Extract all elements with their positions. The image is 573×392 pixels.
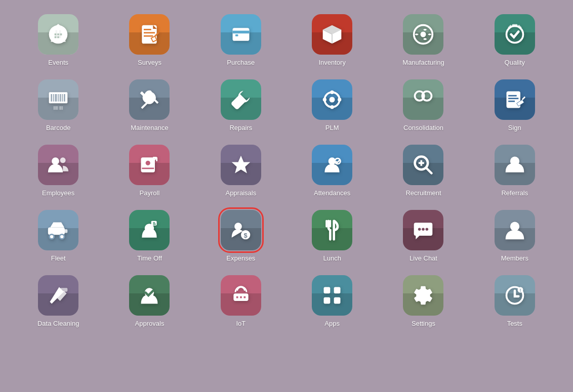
app-item-repairs[interactable]: Repairs bbox=[198, 75, 284, 136]
app-label-referrals: Referrals bbox=[501, 189, 528, 197]
svg-rect-11 bbox=[232, 28, 249, 41]
app-item-consolidation[interactable]: Consolidation bbox=[380, 75, 466, 136]
app-item-manufacturing[interactable]: Manufacturing bbox=[380, 10, 466, 70]
app-icon-sign bbox=[495, 79, 535, 120]
svg-rect-23 bbox=[58, 94, 59, 102]
app-label-purchase: Purchase bbox=[227, 59, 255, 66]
app-label-datacleaning: Data Cleaning bbox=[37, 320, 79, 327]
svg-point-31 bbox=[338, 98, 341, 101]
app-item-appraisals[interactable]: Appraisals bbox=[198, 141, 284, 201]
app-label-payroll: Payroll bbox=[140, 189, 160, 197]
app-label-tests: Tests bbox=[507, 320, 522, 327]
app-item-livechat[interactable]: Live Chat bbox=[380, 206, 466, 266]
app-icon-settings bbox=[403, 275, 443, 316]
app-label-expenses: Expenses bbox=[226, 254, 255, 262]
app-icon-approvals bbox=[129, 275, 170, 316]
app-item-payroll[interactable]: Payroll bbox=[106, 141, 192, 201]
app-item-inventory[interactable]: Inventory bbox=[289, 10, 375, 70]
app-item-lunch[interactable]: Lunch bbox=[289, 206, 375, 266]
app-item-datacleaning[interactable]: Data Cleaning bbox=[15, 271, 101, 331]
app-label-timeoff: Time Off bbox=[137, 254, 162, 262]
app-item-tests[interactable]: !Tests bbox=[472, 271, 558, 331]
app-label-settings: Settings bbox=[412, 320, 435, 327]
app-icon-recruitment bbox=[403, 145, 443, 185]
svg-point-30 bbox=[330, 91, 334, 94]
app-icon-referrals bbox=[495, 145, 535, 185]
app-label-events: Events bbox=[48, 59, 68, 66]
app-label-livechat: Live Chat bbox=[410, 254, 437, 262]
app-icon-fleet bbox=[38, 210, 78, 250]
app-icon-repairs bbox=[221, 79, 261, 120]
app-item-referrals[interactable]: Referrals bbox=[472, 141, 558, 201]
svg-rect-22 bbox=[55, 94, 57, 102]
app-item-settings[interactable]: Settings bbox=[380, 271, 466, 331]
svg-point-33 bbox=[323, 98, 326, 101]
app-item-expenses[interactable]: $Expenses bbox=[198, 206, 284, 266]
app-item-maintenance[interactable]: Maintenance bbox=[106, 75, 192, 136]
app-icon-maintenance bbox=[129, 79, 170, 120]
app-icon-consolidation bbox=[403, 79, 443, 120]
app-icon-tests: ! bbox=[495, 275, 535, 316]
svg-point-56 bbox=[60, 234, 64, 239]
app-label-fleet: Fleet bbox=[51, 254, 66, 262]
app-item-members[interactable]: Members bbox=[472, 206, 558, 266]
svg-rect-3 bbox=[60, 33, 62, 35]
app-label-employees: Employees bbox=[42, 189, 74, 197]
app-item-employees[interactable]: Employees bbox=[15, 141, 101, 201]
svg-rect-7 bbox=[144, 29, 151, 30]
app-label-lunch: Lunch bbox=[323, 254, 341, 262]
svg-point-69 bbox=[510, 222, 519, 231]
app-item-sign[interactable]: Sign bbox=[472, 75, 558, 136]
app-label-approvals: Approvals bbox=[135, 320, 165, 327]
app-item-iot[interactable]: IoT bbox=[198, 271, 284, 331]
app-label-members: Members bbox=[501, 254, 528, 262]
app-icon-livechat bbox=[403, 210, 443, 250]
svg-point-62 bbox=[234, 223, 242, 230]
app-item-timeoff[interactable]: Time Off bbox=[106, 206, 192, 266]
svg-rect-57 bbox=[64, 229, 67, 233]
app-label-consolidation: Consolidation bbox=[403, 124, 443, 132]
svg-point-41 bbox=[52, 157, 59, 165]
svg-rect-13 bbox=[235, 34, 238, 36]
app-label-appraisals: Appraisals bbox=[225, 189, 256, 197]
svg-rect-21 bbox=[53, 94, 54, 102]
app-icon-purchase bbox=[221, 14, 261, 55]
app-icon-surveys bbox=[129, 14, 170, 55]
svg-rect-45 bbox=[142, 168, 154, 169]
app-item-barcode[interactable]: ||||| ||||Barcode bbox=[15, 75, 101, 136]
app-item-plm[interactable]: PLM bbox=[289, 75, 375, 136]
app-item-recruitment[interactable]: Recruitment bbox=[380, 141, 466, 201]
app-label-repairs: Repairs bbox=[229, 124, 252, 132]
app-icon-appraisals bbox=[221, 145, 261, 185]
svg-rect-9 bbox=[144, 35, 153, 37]
svg-point-32 bbox=[330, 105, 334, 109]
app-item-quality[interactable]: Quality bbox=[472, 10, 558, 70]
svg-line-50 bbox=[426, 168, 432, 173]
svg-point-29 bbox=[330, 97, 335, 103]
svg-line-40 bbox=[522, 97, 525, 100]
app-icon-expenses: $ bbox=[221, 210, 261, 250]
app-grid: EventsSurveysPurchaseInventoryManufactur… bbox=[0, 0, 573, 341]
svg-rect-77 bbox=[334, 287, 341, 294]
svg-rect-25 bbox=[62, 94, 63, 102]
app-item-surveys[interactable]: Surveys bbox=[106, 10, 192, 70]
app-item-fleet[interactable]: Fleet bbox=[15, 206, 101, 266]
app-item-apps[interactable]: Apps bbox=[289, 271, 375, 331]
app-item-approvals[interactable]: Approvals bbox=[106, 271, 192, 331]
app-icon-plm bbox=[312, 79, 352, 120]
app-icon-employees bbox=[38, 145, 78, 185]
svg-rect-1 bbox=[55, 33, 57, 35]
app-item-purchase[interactable]: Purchase bbox=[198, 10, 284, 70]
app-label-recruitment: Recruitment bbox=[405, 189, 441, 197]
svg-rect-24 bbox=[60, 94, 61, 102]
svg-rect-8 bbox=[144, 32, 155, 33]
svg-rect-4 bbox=[55, 36, 57, 38]
app-label-inventory: Inventory bbox=[318, 59, 345, 66]
app-item-events[interactable]: Events bbox=[15, 10, 101, 70]
app-item-attendances[interactable]: Attendances bbox=[289, 141, 375, 201]
app-icon-attendances bbox=[312, 145, 352, 185]
svg-marker-46 bbox=[231, 156, 250, 173]
app-icon-timeoff bbox=[129, 210, 170, 250]
app-label-surveys: Surveys bbox=[138, 59, 161, 66]
app-icon-barcode: ||||| |||| bbox=[38, 79, 78, 120]
